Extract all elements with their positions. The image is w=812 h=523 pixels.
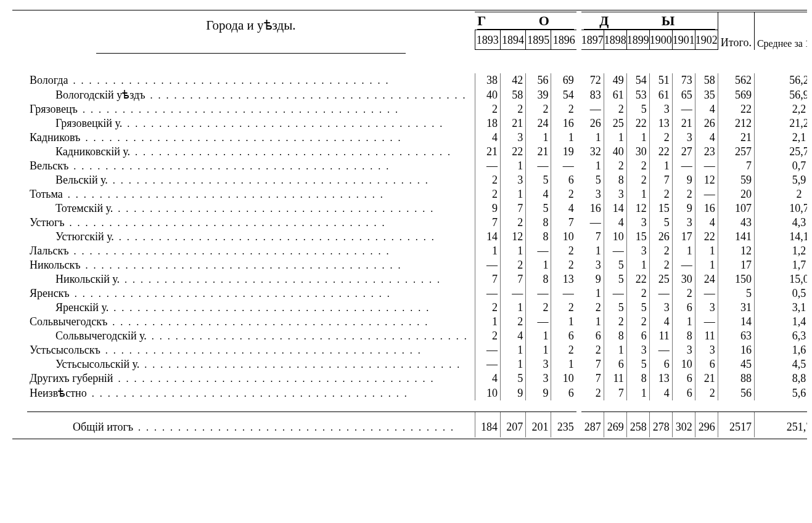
data-cell: 72: [581, 73, 604, 87]
data-cell: 1: [500, 159, 525, 173]
data-cell: 5: [500, 371, 525, 386]
year-header: 1902: [695, 30, 718, 50]
data-cell: 1: [551, 315, 576, 329]
table-row: Тотемскій у.97541614121591610710,74,25: [27, 201, 807, 216]
row-average: 1,6: [754, 343, 807, 357]
data-cell: 54: [551, 87, 576, 102]
data-cell: —: [526, 315, 551, 329]
data-cell: 30: [672, 272, 695, 286]
data-cell: 22: [500, 145, 525, 159]
data-cell: 4: [526, 187, 551, 201]
data-cell: 8: [672, 329, 695, 343]
data-cell: 1: [551, 131, 576, 145]
data-cell: 3: [672, 216, 695, 230]
data-cell: 4: [475, 131, 500, 145]
data-cell: 4: [695, 216, 718, 230]
data-cell: 7: [500, 201, 525, 216]
data-cell: 9: [500, 386, 525, 400]
data-cell: 12: [500, 230, 525, 244]
data-cell: 21: [500, 116, 525, 131]
row-total: 257: [718, 145, 754, 159]
data-cell: 6: [672, 386, 695, 400]
table-row: Кадниковскій у.2122211932403022272325725…: [27, 145, 807, 159]
data-cell: 7: [581, 230, 604, 244]
row-total: 212: [718, 116, 754, 131]
data-cell: 278: [649, 412, 672, 438]
row-label: Устьсысольскій у.: [27, 357, 475, 371]
data-cell: 2: [551, 301, 576, 315]
data-cell: 16: [581, 201, 604, 216]
data-cell: 6: [672, 371, 695, 386]
data-cell: 3: [649, 102, 672, 116]
data-cell: 1: [581, 315, 604, 329]
row-title-text: Города и уѣзды.: [206, 18, 295, 33]
data-cell: 5: [581, 173, 604, 187]
data-cell: 17: [672, 230, 695, 244]
data-cell: 1: [672, 315, 695, 329]
data-cell: 4: [649, 386, 672, 400]
data-cell: 1: [604, 131, 626, 145]
data-cell: 4: [695, 102, 718, 116]
row-average: 15,0: [754, 272, 807, 286]
data-cell: 39: [526, 87, 551, 102]
row-label: Кадниковъ: [27, 131, 475, 145]
data-cell: 51: [649, 73, 672, 87]
data-cell: 269: [604, 412, 626, 438]
data-cell: 10: [604, 230, 626, 244]
data-cell: 6: [626, 329, 649, 343]
data-cell: 25: [649, 272, 672, 286]
data-cell: 3: [672, 343, 695, 357]
data-cell: 7: [581, 357, 604, 371]
row-average: 2,2: [754, 102, 807, 116]
row-total: 31: [718, 301, 754, 315]
row-total: 12: [718, 244, 754, 258]
row-total: 107: [718, 201, 754, 216]
data-cell: 1: [695, 244, 718, 258]
row-label: Устьсысольскъ: [27, 343, 475, 357]
data-cell: 2: [649, 258, 672, 272]
data-cell: —: [526, 159, 551, 173]
data-cell: 27: [672, 145, 695, 159]
data-cell: —: [500, 286, 525, 301]
data-cell: 32: [581, 145, 604, 159]
row-title-header: Города и уѣзды.: [27, 12, 475, 50]
data-cell: 1: [526, 329, 551, 343]
year-header: 1897: [581, 30, 604, 50]
row-average: 10,7: [754, 201, 807, 216]
data-cell: 1: [475, 244, 500, 258]
table-row: Вельскій у.23565827912595,92,34: [27, 173, 807, 187]
data-cell: 13: [649, 371, 672, 386]
table-row: Лальскъ11—21—3211121,20,47: [27, 244, 807, 258]
row-average: 4,5: [754, 357, 807, 371]
data-cell: 21: [695, 371, 718, 386]
data-cell: 58: [695, 73, 718, 87]
data-cell: 1: [500, 301, 525, 315]
data-cell: 53: [626, 87, 649, 102]
data-cell: 2: [581, 301, 604, 315]
data-cell: 2: [672, 187, 695, 201]
data-cell: 1: [626, 131, 649, 145]
row-label: Тотьма: [27, 187, 475, 201]
data-cell: 258: [626, 412, 649, 438]
table-row: Грязовецкій у.1821241626252213212621221,…: [27, 116, 807, 131]
data-cell: 3: [604, 187, 626, 201]
data-cell: 4: [500, 329, 525, 343]
data-cell: 5: [526, 173, 551, 187]
data-cell: 2: [626, 286, 649, 301]
data-cell: —: [672, 102, 695, 116]
table-row: Яренскій у.2122255363313,11,23: [27, 301, 807, 315]
data-cell: —: [649, 343, 672, 357]
data-cell: 5: [604, 301, 626, 315]
data-cell: —: [551, 286, 576, 301]
data-cell: 1: [626, 258, 649, 272]
data-cell: 1: [581, 244, 604, 258]
row-average: 6,3: [754, 329, 807, 343]
table-row: Яренскъ————1—2—2—50,50,19: [27, 286, 807, 301]
data-cell: 6: [672, 301, 695, 315]
data-cell: 1: [626, 187, 649, 201]
row-total: 20: [718, 187, 754, 201]
row-total: 7: [718, 159, 754, 173]
data-cell: 38: [475, 73, 500, 87]
data-cell: 3: [626, 244, 649, 258]
data-cell: 2: [500, 102, 525, 116]
